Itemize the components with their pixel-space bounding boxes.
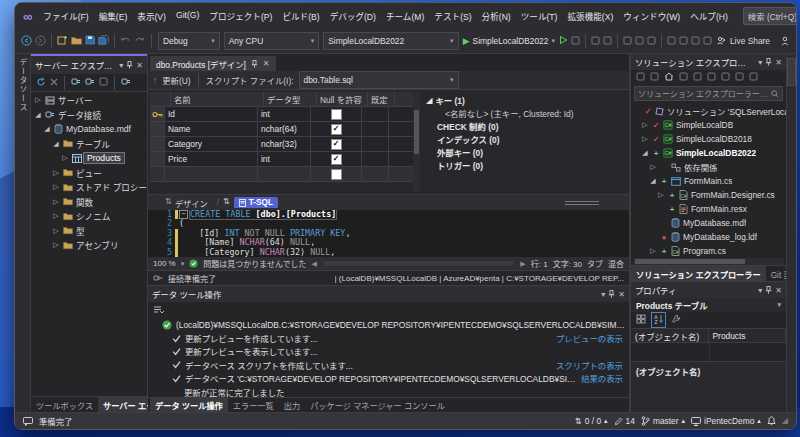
keys-pane-item-3[interactable]: インデックス (0) [426,132,623,145]
refresh-se-button[interactable] [721,72,730,83]
expanded-arrow-icon[interactable]: ◢ [426,95,432,105]
collapsed-arrow-icon[interactable]: ▷ [52,183,60,191]
show-all-files-button[interactable] [749,72,758,83]
menu-item-12[interactable]: ウィンドウ(W) [618,8,685,24]
collapsed-arrow-icon[interactable]: ▷ [52,241,60,249]
new-project-button[interactable] [57,35,68,47]
refresh-button[interactable] [36,77,46,89]
live-share-button[interactable]: Live Share [716,36,770,46]
nav-forward-button[interactable] [35,35,46,48]
close-icon[interactable]: ✕ [775,58,782,67]
start-debugging-button[interactable]: ▶ SimpleLocalDB2022 ▾ [463,36,555,46]
row-header[interactable] [150,107,165,122]
menu-item-2[interactable]: 表示(V) [132,8,171,24]
property-pages-button[interactable] [671,314,681,326]
data-sources-vertical-tab[interactable]: データソース [17,58,28,412]
menu-item-6[interactable]: デバッグ(D) [325,8,381,24]
connect-database-button[interactable] [71,77,81,88]
se-forward-button[interactable] [650,72,659,83]
step-out-button[interactable] [647,36,656,47]
menu-item-10[interactable]: ツール(T) [516,8,563,24]
connection-info[interactable]: | (LocalDB)¥MSSQLLocalDB | AzureAD¥penta… [335,274,624,283]
message-link[interactable]: 結果の表示 [581,372,629,384]
cell-name[interactable]: Name [165,122,258,137]
collapsed-arrow-icon[interactable]: ▷ [61,154,69,162]
pin-icon[interactable] [251,60,258,68]
indent-mode[interactable]: タブ [587,258,603,269]
solution-item-6[interactable]: ▷+C#FormMain.Designer.cs [631,188,786,202]
redo-button[interactable] [134,36,145,47]
tsql-editor[interactable]: 12345 −CREATE TABLE [dbo].[Products]( [I… [148,210,629,257]
document-tab-products[interactable]: dbo.Products [デザイン] ✕ [150,56,276,71]
configuration-combobox[interactable]: Debug▾ [158,32,220,50]
switch-views-button[interactable] [679,72,688,83]
bookmark-prev-button[interactable] [679,36,688,47]
nullable-checkbox[interactable]: ✓ [331,139,342,150]
zoom-combobox[interactable]: 100 % [153,259,176,268]
save-all-button[interactable] [98,35,109,47]
cell-nullable[interactable] [311,167,362,182]
collapsed-arrow-icon[interactable]: ▷ [52,227,60,235]
nullable-checkbox[interactable] [331,169,342,180]
row-header[interactable] [150,137,165,152]
solution-item-2[interactable]: ▷✓C#SimpleLocalDB2018 [631,132,786,146]
message-link[interactable]: プレビューの表示 [556,332,629,344]
bookmark-next-button[interactable] [691,36,700,47]
collapsed-arrow-icon[interactable]: ▷ [34,96,42,104]
solution-item-7[interactable]: +FormMain.resx [631,202,786,216]
pending-edits-button[interactable]: 14 [614,416,635,426]
cell-nullable[interactable]: ✓ [311,122,362,137]
properties-object-combobox[interactable]: Products テーブル ▾ [631,298,786,312]
keys-pane-item-2[interactable]: CHECK 制約 (0) [426,119,623,132]
cell-default[interactable] [362,152,389,167]
solution-item-0[interactable]: ✓ソリューション 'SQLServerLocalDB' (3/3 の [631,104,786,118]
splitter-grip[interactable] [565,201,599,205]
menu-item-5[interactable]: ビルド(B) [277,8,324,24]
solution-item-3[interactable]: ◢+C#SimpleLocalDB2022 [631,146,786,160]
tree-item-ビュー[interactable]: ▷ビュー [31,166,147,181]
show-output-button[interactable] [591,36,600,47]
nullable-checkbox[interactable]: ✓ [331,124,342,135]
expanded-arrow-icon[interactable]: ◢ [52,140,60,148]
search-input[interactable]: 検索 (Ctrl+Q) [743,7,797,25]
solution-search-input[interactable]: ソリューション エクスプローラー の検索 (Ctrl+ [634,86,783,101]
notifications-vertical-tab[interactable] [787,58,796,86]
horizontal-scrollbar[interactable] [324,261,513,266]
cell-type[interactable]: nchar(64) [258,122,311,137]
sync-panes-icon[interactable]: ⇅ [223,198,230,206]
expanded-arrow-icon[interactable]: ◢ [649,177,657,185]
cell-default[interactable] [362,167,389,182]
table-row[interactable]: Namenchar(64)✓ [150,122,413,137]
chevron-down-icon[interactable]: ▾ [119,61,123,70]
scroll-left-icon[interactable]: ◀ [312,260,317,267]
collapsed-arrow-icon[interactable]: ▷ [657,191,665,199]
chevron-down-icon[interactable]: ▾ [601,290,605,299]
menu-item-0[interactable]: ファイル(F) [38,8,93,24]
keys-pane-item-0[interactable]: ◢キー (1) [426,93,623,106]
platform-combobox[interactable]: Any CPU▾ [224,32,320,50]
row-header[interactable] [150,122,165,137]
menu-item-7[interactable]: チーム(M) [381,8,429,24]
cell-default[interactable] [362,107,389,122]
collapse-all-button[interactable] [735,72,744,83]
scroll-right-icon[interactable]: ▶ [520,260,525,267]
open-folder-button[interactable] [71,36,82,47]
bottom-panel-tab-1[interactable]: エラー一覧 [228,398,279,412]
message-list-icon[interactable] [153,305,164,315]
collapsed-arrow-icon[interactable]: ▷ [649,247,657,255]
alphabetical-button[interactable]: AZ [651,312,666,328]
nullable-checkbox[interactable]: ✓ [331,154,342,165]
collapsed-arrow-icon[interactable]: ▷ [52,212,60,220]
tree-item-アセンブリ[interactable]: ▷アセンブリ [31,238,147,253]
tree-item-シノニム[interactable]: ▷シノニム [31,209,147,224]
expanded-arrow-icon[interactable]: ◢ [43,125,51,133]
chevron-down-icon[interactable]: ▾ [758,286,762,295]
keys-pane-item-1[interactable]: <名前なし> (主キー, Clustered: Id) [426,106,623,119]
menu-item-3[interactable]: Git(G) [171,8,204,24]
close-icon[interactable]: ✕ [136,61,143,70]
collapsed-arrow-icon[interactable]: ▷ [641,121,649,129]
cell-name[interactable] [165,167,258,182]
cell-type[interactable]: nchar(32) [258,137,311,152]
table-row[interactable]: Idint [150,107,413,122]
property-row[interactable]: (オブジェクト名)Products [631,329,786,343]
